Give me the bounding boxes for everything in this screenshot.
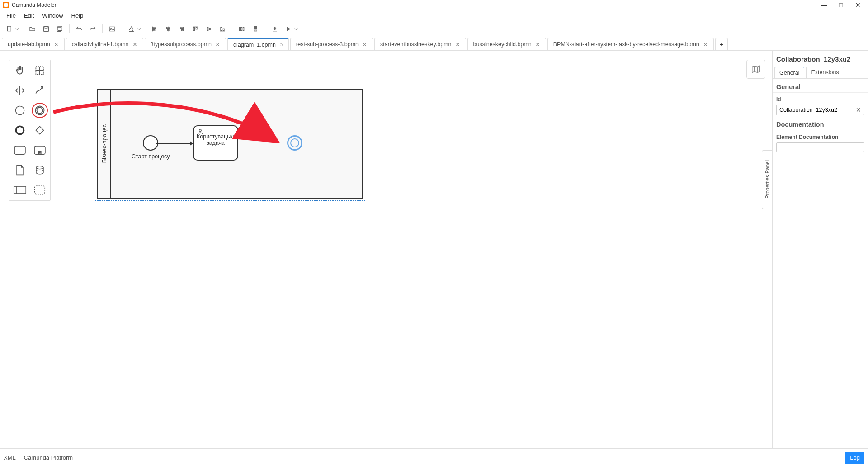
connect-tool[interactable] xyxy=(32,83,48,98)
task-tool[interactable] xyxy=(12,143,28,158)
tab-1[interactable]: callactivityfinal-1.bpmn✕ xyxy=(66,38,143,50)
canvas[interactable]: Бізнес-процес Старт процесу Користувацьк… xyxy=(0,51,772,448)
open-button[interactable] xyxy=(27,23,38,35)
tab-0[interactable]: update-lab.bpmn✕ xyxy=(2,38,65,50)
palette xyxy=(9,60,51,201)
save-button[interactable] xyxy=(40,23,52,35)
workarea: Бізнес-процес Старт процесу Користувацьк… xyxy=(0,51,868,448)
menu-help[interactable]: Help xyxy=(68,11,87,20)
tab-6[interactable]: bussineskeychild.bpmn✕ xyxy=(467,38,546,50)
align-bottom-button[interactable] xyxy=(217,23,228,35)
deploy-button[interactable] xyxy=(269,23,281,35)
footer-xml-tab[interactable]: XML xyxy=(4,454,16,461)
svg-rect-0 xyxy=(7,26,11,31)
align-left-button[interactable] xyxy=(149,23,160,35)
align-right-button[interactable] xyxy=(176,23,188,35)
menu-window[interactable]: Window xyxy=(38,11,66,20)
window-minimize[interactable]: — xyxy=(819,1,828,9)
subprocess-tool[interactable] xyxy=(32,143,48,158)
svg-rect-29 xyxy=(254,29,257,29)
redo-button[interactable] xyxy=(87,23,99,35)
pool-label[interactable]: Бізнес-процес xyxy=(98,90,111,198)
align-center-button[interactable] xyxy=(162,23,174,35)
tab-close-icon[interactable]: ✕ xyxy=(215,41,220,48)
svg-rect-27 xyxy=(243,28,244,31)
svg-rect-15 xyxy=(181,29,183,31)
svg-point-36 xyxy=(37,108,43,114)
run-button[interactable] xyxy=(283,23,294,35)
properties-panel: Collaboration_12y3xu2 General Extensions… xyxy=(772,51,868,448)
tab-label: starteventbussineskey.bpmn xyxy=(380,41,452,48)
id-clear-button[interactable]: ✕ xyxy=(853,106,864,114)
distribute-h-button[interactable] xyxy=(236,23,248,35)
footer: XML Camunda Platform Log xyxy=(0,448,868,466)
user-task-label-2: задача xyxy=(197,140,235,146)
intermediate-event-ghost[interactable] xyxy=(287,135,302,151)
user-task[interactable]: Користувацька задача xyxy=(193,125,238,161)
hand-tool[interactable] xyxy=(12,63,28,78)
section-general: General xyxy=(773,79,868,93)
app-icon xyxy=(3,2,9,8)
align-middle-button[interactable] xyxy=(203,23,215,35)
doc-textarea[interactable] xyxy=(776,142,864,152)
properties-tab-extensions[interactable]: Extensions xyxy=(806,67,844,78)
color-dropdown[interactable] xyxy=(137,23,141,35)
space-tool[interactable] xyxy=(12,83,28,98)
data-store-tool[interactable] xyxy=(32,162,48,178)
properties-title: Collaboration_12y3xu2 xyxy=(773,51,868,67)
lasso-tool[interactable] xyxy=(32,63,48,78)
properties-tab-general[interactable]: General xyxy=(774,67,804,78)
properties-panel-toggle[interactable]: Properties Panel xyxy=(762,150,772,209)
tab-close-icon[interactable]: ✕ xyxy=(703,41,708,48)
log-button[interactable]: Log xyxy=(845,452,864,464)
color-button[interactable] xyxy=(126,23,137,35)
menubar: File Edit Window Help xyxy=(0,10,868,21)
tab-add-button[interactable]: + xyxy=(715,38,728,50)
start-event-tool[interactable] xyxy=(12,103,28,118)
run-dropdown[interactable] xyxy=(294,23,298,35)
start-event-label: Старт процесу xyxy=(132,153,170,160)
intermediate-event-tool[interactable] xyxy=(32,103,48,118)
new-file-button[interactable] xyxy=(4,23,15,35)
data-object-tool[interactable] xyxy=(12,162,28,178)
tab-close-icon[interactable]: ✕ xyxy=(535,41,540,48)
tab-label: update-lab.bpmn xyxy=(8,41,50,48)
menu-file[interactable]: File xyxy=(3,11,19,20)
image-button[interactable] xyxy=(106,23,118,35)
save-all-button[interactable] xyxy=(54,23,66,35)
tab-7[interactable]: BPMN-start-after-system-task-by-received… xyxy=(547,38,714,50)
end-event-tool[interactable] xyxy=(12,123,28,138)
tab-close-icon[interactable]: ✕ xyxy=(54,41,59,48)
undo-button[interactable] xyxy=(73,23,85,35)
section-documentation: Documentation xyxy=(773,116,868,130)
tab-close-icon[interactable]: ✕ xyxy=(455,41,460,48)
window-maximize[interactable]: □ xyxy=(836,1,845,9)
svg-rect-2 xyxy=(45,27,47,28)
distribute-v-button[interactable] xyxy=(250,23,261,35)
pool[interactable]: Бізнес-процес Старт процесу Користувацьк… xyxy=(97,89,363,199)
sequence-flow[interactable] xyxy=(156,143,193,144)
window-close[interactable]: ✕ xyxy=(854,1,863,9)
group-tool[interactable] xyxy=(32,182,48,198)
tab-close-icon[interactable]: ✕ xyxy=(132,41,137,48)
id-field[interactable] xyxy=(777,105,853,115)
tab-close-icon[interactable]: ✕ xyxy=(362,41,367,48)
align-top-button[interactable] xyxy=(189,23,201,35)
svg-rect-24 xyxy=(223,29,224,30)
gateway-tool[interactable] xyxy=(32,123,48,138)
tab-2[interactable]: 3typessubprocess.bpmn✕ xyxy=(145,38,226,50)
id-field-wrap: ✕ xyxy=(776,105,864,115)
footer-platform-tab[interactable]: Camunda Platform xyxy=(24,454,73,461)
pool-selection[interactable]: Бізнес-процес Старт процесу Користувацьк… xyxy=(95,87,365,201)
new-file-dropdown[interactable] xyxy=(15,23,19,35)
menu-edit[interactable]: Edit xyxy=(20,11,38,20)
minimap-toggle[interactable] xyxy=(746,60,765,79)
tab-dirty-icon[interactable]: ○ xyxy=(279,41,283,48)
tab-5[interactable]: starteventbussineskey.bpmn✕ xyxy=(374,38,466,50)
tab-4[interactable]: test-sub-process-3.bpmn✕ xyxy=(290,38,373,50)
tab-3[interactable]: diagram_1.bpmn○ xyxy=(227,38,289,50)
start-event[interactable]: Старт процесу xyxy=(141,135,161,160)
pool-tool[interactable] xyxy=(12,182,28,198)
svg-rect-28 xyxy=(254,27,257,28)
svg-rect-17 xyxy=(193,28,195,31)
